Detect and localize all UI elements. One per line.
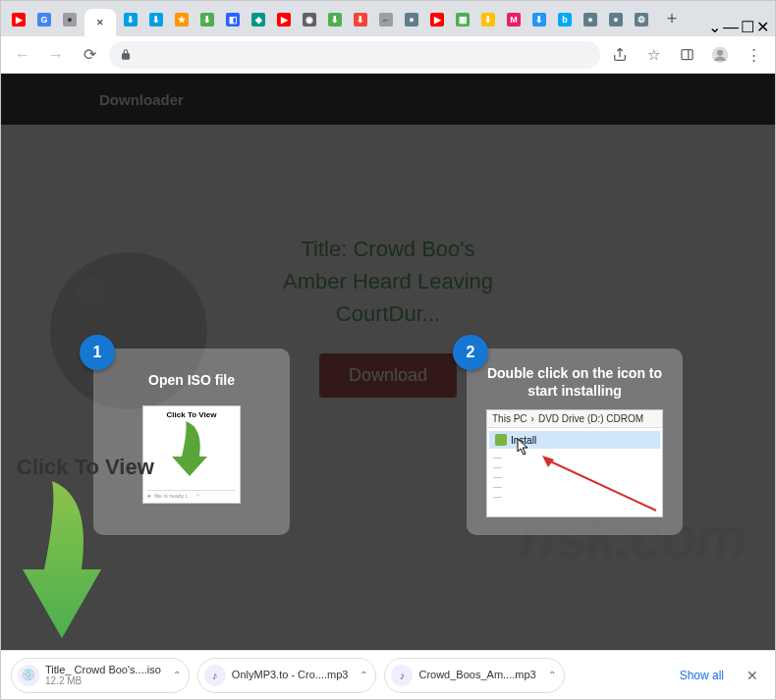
thumb-label: Click To View — [167, 410, 217, 419]
browser-window: ▶G●✕⬇⬇★⬇◧◆▶◉⬇⬇⌐●▶▦⬇M⬇b●●⚙+ ⌄ — ☐ ✕ ← → ⟳… — [0, 0, 776, 700]
close-window-button[interactable]: ✕ — [756, 18, 769, 36]
favicon: ★ — [175, 13, 189, 27]
favicon: ⬇ — [354, 13, 367, 27]
favicon: ✕ — [93, 16, 107, 29]
menu-icon[interactable]: ⋮ — [740, 41, 767, 69]
browser-tab[interactable]: ● — [401, 9, 422, 30]
svg-rect-0 — [681, 50, 692, 60]
download-item-menu[interactable]: ⌃ — [542, 670, 556, 680]
svg-point-3 — [717, 49, 723, 55]
explorer-breadcrumb: This PC › DVD Drive (D:) CDROM — [487, 410, 662, 428]
browser-tab[interactable]: ⬇ — [145, 9, 167, 30]
favicon: ⬇ — [124, 13, 138, 27]
browser-tab[interactable]: ⬇ — [324, 9, 346, 30]
browser-tab[interactable]: ● — [580, 9, 601, 30]
browser-tab[interactable]: ● — [605, 9, 627, 30]
step-2-title: Double click on the icon to start instal… — [480, 364, 669, 400]
close-shelf-button[interactable]: ✕ — [740, 663, 765, 688]
step-1-thumbnail: Click To View ● file is ready t… ^ — [142, 405, 241, 504]
browser-tab[interactable]: ◧ — [222, 9, 244, 30]
download-item-text: OnlyMP3.to - Cro....mp3 — [232, 669, 349, 680]
browser-tab[interactable]: ✕ — [84, 9, 116, 36]
explorer-item-install: Install — [489, 431, 660, 449]
browser-tab[interactable]: ▦ — [452, 9, 473, 30]
browser-tab[interactable]: ● — [59, 9, 81, 30]
browser-tab[interactable]: ▶ — [8, 9, 29, 30]
installer-icon — [495, 434, 507, 446]
chevron-right-icon: › — [531, 413, 534, 424]
download-item[interactable]: ♪OnlyMP3.to - Cro....mp3⌃ — [197, 658, 377, 693]
download-size: 12.2 MB — [45, 675, 161, 686]
browser-tab[interactable]: ◉ — [299, 9, 320, 30]
step-1-card: 1 Open ISO file Click To View ● file is … — [93, 349, 290, 535]
browser-tab[interactable]: G — [33, 9, 55, 30]
step-2-card: 2 Double click on the icon to start inst… — [467, 349, 683, 535]
browser-tab[interactable]: ★ — [171, 9, 193, 30]
svg-marker-5 — [542, 456, 554, 467]
thumb-arrow-icon — [172, 419, 211, 478]
favicon: ● — [609, 13, 623, 27]
browser-tab[interactable]: M — [503, 9, 525, 30]
browser-tab[interactable]: ⬇ — [120, 9, 141, 30]
download-item-menu[interactable]: ⌃ — [354, 670, 367, 680]
browser-tab[interactable]: ▶ — [273, 9, 295, 30]
downloads-shelf: 💿Title_ Crowd Boo's....iso12.2 MB⌃♪OnlyM… — [1, 650, 775, 699]
side-panel-icon[interactable] — [673, 41, 700, 69]
favicon: ● — [583, 13, 597, 27]
address-bar: ← → ⟳ ☆ ⋮ — [1, 36, 775, 74]
maximize-button[interactable]: ☐ — [741, 18, 754, 36]
browser-tab[interactable]: ⬇ — [528, 9, 550, 30]
download-item[interactable]: 💿Title_ Crowd Boo's....iso12.2 MB⌃ — [11, 658, 190, 693]
browser-tab[interactable]: ⬇ — [477, 9, 499, 30]
favicon: b — [558, 13, 572, 27]
browser-tab[interactable]: ◆ — [248, 9, 269, 30]
page-viewport: Downloader Title: Crowd Boo'sAmber Heard… — [1, 74, 775, 650]
favicon: ⬇ — [149, 13, 163, 27]
favicon: ▦ — [456, 13, 470, 27]
forward-button[interactable]: → — [42, 41, 70, 69]
browser-tab[interactable]: b — [554, 9, 576, 30]
minimize-button[interactable]: — — [723, 19, 739, 36]
red-arrow-icon — [540, 454, 658, 512]
browser-tab[interactable]: ⚙ — [631, 9, 652, 30]
breadcrumb-part: DVD Drive (D:) CDROM — [538, 413, 643, 424]
share-icon[interactable] — [606, 41, 634, 69]
svg-line-4 — [546, 459, 656, 511]
favicon: ▶ — [430, 13, 444, 27]
profile-icon[interactable] — [706, 41, 734, 69]
step-2-thumbnail: This PC › DVD Drive (D:) CDROM Install —… — [486, 409, 663, 517]
show-all-button[interactable]: Show all — [672, 665, 732, 686]
cursor-icon — [517, 438, 530, 456]
step-2-badge: 2 — [453, 335, 488, 370]
favicon: ⬇ — [328, 13, 342, 27]
download-item[interactable]: ♪Crowd_Boos_Am....mp3⌃ — [384, 658, 564, 693]
browser-tab[interactable]: ▶ — [426, 9, 448, 30]
star-icon[interactable]: ☆ — [639, 41, 667, 69]
browser-tab[interactable]: ⬇ — [196, 9, 218, 30]
back-button[interactable]: ← — [9, 41, 36, 69]
favicon: ⬇ — [481, 13, 495, 27]
favicon: G — [37, 13, 51, 27]
favicon: ◧ — [226, 13, 240, 27]
reload-button[interactable]: ⟳ — [76, 41, 103, 69]
favicon: ▶ — [12, 13, 26, 27]
step-1-badge: 1 — [80, 335, 115, 370]
disc-icon: 💿 — [18, 665, 39, 686]
browser-tab[interactable]: ⬇ — [350, 9, 371, 30]
window-dropdown[interactable]: ⌄ — [708, 18, 721, 36]
download-arrow-icon — [23, 476, 111, 643]
browser-tab[interactable]: ⌐ — [375, 9, 397, 30]
audio-icon: ♪ — [204, 665, 226, 686]
download-item-menu[interactable]: ⌃ — [167, 670, 181, 680]
favicon: ⬇ — [200, 13, 214, 27]
new-tab-button[interactable]: + — [659, 6, 685, 31]
download-name: Title_ Crowd Boo's....iso — [45, 664, 161, 675]
download-name: Crowd_Boos_Am....mp3 — [418, 669, 535, 680]
download-item-text: Title_ Crowd Boo's....iso12.2 MB — [45, 664, 161, 686]
lock-icon — [119, 48, 133, 62]
url-input[interactable] — [109, 41, 600, 69]
tab-strip: ▶G●✕⬇⬇★⬇◧◆▶◉⬇⬇⌐●▶▦⬇M⬇b●●⚙+ ⌄ — ☐ ✕ — [1, 1, 775, 36]
favicon: ▶ — [277, 13, 291, 27]
favicon: ⌐ — [379, 13, 393, 27]
thumb-footer: ● file is ready t… ^ — [147, 490, 236, 499]
